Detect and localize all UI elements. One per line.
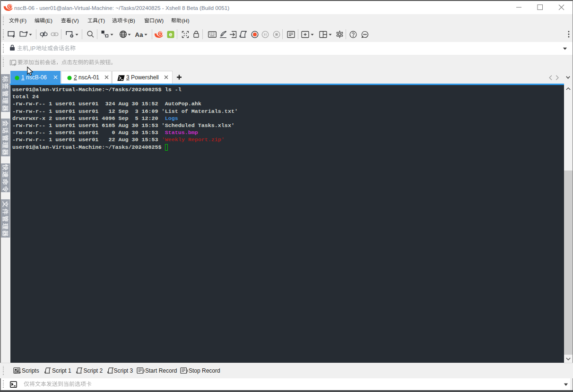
- svg-text:e: e: [169, 31, 173, 38]
